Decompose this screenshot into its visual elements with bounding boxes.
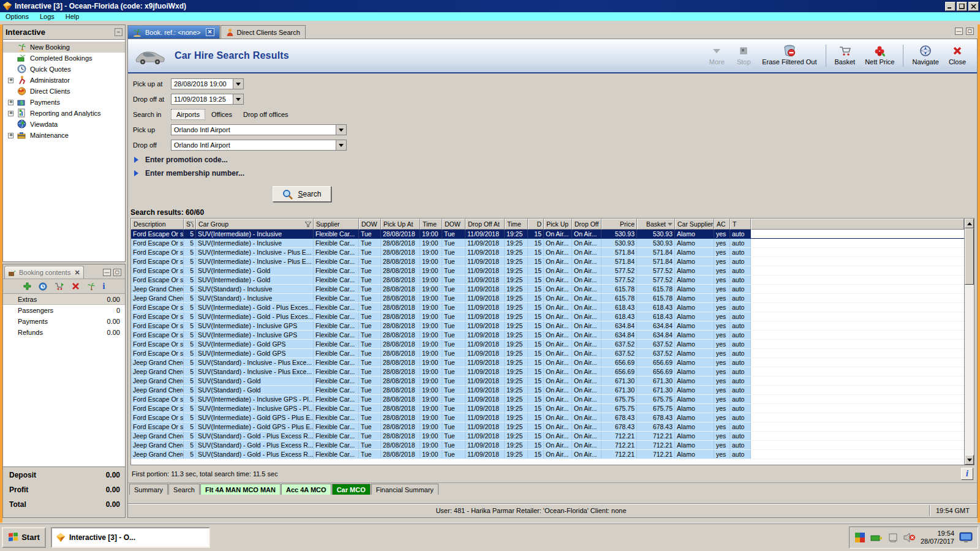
menu-logs[interactable]: Logs: [34, 12, 60, 21]
booking-panel-maximize-icon[interactable]: ▢: [113, 269, 121, 276]
tab-summary[interactable]: Summary: [129, 484, 168, 495]
column-header-time[interactable]: Time: [505, 219, 528, 230]
column-header-ac[interactable]: AC: [714, 219, 730, 230]
expand-plus-icon[interactable]: [8, 111, 13, 116]
antivirus-tray-icon[interactable]: [854, 532, 865, 543]
expand-plus-icon[interactable]: [8, 78, 13, 83]
column-header-description[interactable]: Description: [131, 219, 184, 230]
table-row[interactable]: Ford Escape Or simila...5SUV(Intermediat…: [131, 422, 964, 432]
membership-number-expander[interactable]: Enter membership number...: [134, 169, 972, 178]
close-button[interactable]: [968, 2, 979, 11]
sidebar-item-quick-quotes[interactable]: Quick Quotes: [3, 64, 125, 75]
column-header-price[interactable]: Price: [601, 219, 637, 230]
sidebar-item-new-booking[interactable]: New Booking: [3, 42, 125, 53]
column-header-d[interactable]: D: [528, 219, 544, 230]
column-header-dow[interactable]: DOW: [442, 219, 466, 230]
booking-contents-row[interactable]: Payments0.00: [3, 316, 125, 327]
sidebar-item-payments[interactable]: $Payments: [3, 97, 125, 108]
dropoff-at-combo[interactable]: 11/09/2018 19:25: [171, 94, 244, 105]
sidebar-item-direct-clients[interactable]: Direct Clients: [3, 86, 125, 97]
table-row[interactable]: Ford Escape Or simila...5SUV(Intermediat…: [131, 230, 964, 239]
dropoff-at-dropdown-icon[interactable]: [233, 94, 243, 104]
info-button[interactable]: i: [961, 468, 973, 480]
sidebar-item-maintenance[interactable]: Maintenance: [3, 130, 125, 141]
table-row[interactable]: Ford Escape Or simila...5SUV(Intermediat…: [131, 276, 964, 285]
table-row[interactable]: Ford Escape Or simila...5SUV(Intermediat…: [131, 248, 964, 257]
device-tray-icon[interactable]: [888, 533, 899, 542]
column-header-car-supplier[interactable]: Car Supplier: [675, 219, 714, 230]
table-row[interactable]: Jeep Grand Cheroke...5SUV(Standard) - Go…: [131, 450, 964, 459]
table-row[interactable]: Ford Escape Or simila...5SUV(Intermediat…: [131, 303, 964, 312]
tab-flight-man-mco-man[interactable]: Flt 4A MAN MCO MAN: [200, 484, 281, 495]
erase-filtered-out-button[interactable]: Erase Filtered Out: [757, 42, 821, 69]
delete-item-icon[interactable]: [72, 282, 80, 290]
expand-plus-icon[interactable]: [8, 100, 13, 105]
search-button[interactable]: Search: [273, 186, 331, 202]
menu-help[interactable]: Help: [60, 12, 85, 21]
column-header-basket[interactable]: Basket: [637, 219, 675, 230]
availability-clock-icon[interactable]: [39, 282, 47, 291]
booking-contents-row[interactable]: Extras0.00: [3, 294, 125, 305]
nett-price-button[interactable]: Nett Price: [860, 42, 899, 69]
minimize-button[interactable]: [945, 2, 956, 11]
table-row[interactable]: Ford Escape Or simila...5SUV(Intermediat…: [131, 404, 964, 413]
search-in-dropoff-offices[interactable]: Drop off offices: [238, 110, 293, 119]
display-tray-icon[interactable]: [959, 532, 973, 543]
mdi-restore-icon[interactable]: ▢: [966, 28, 974, 35]
tab-car-mco[interactable]: Car MCO: [332, 484, 371, 495]
table-row[interactable]: Jeep Grand Cheroke...5SUV(Standard) - In…: [131, 367, 964, 377]
table-row[interactable]: Jeep Grand Cheroke...5SUV(Standard) - In…: [131, 358, 964, 367]
column-header-dow[interactable]: DOW: [359, 219, 381, 230]
navigate-button[interactable]: Navigate: [907, 42, 943, 69]
column-header-car-group[interactable]: Car Group: [196, 219, 314, 230]
palm-booking-icon[interactable]: [87, 282, 96, 291]
tab-financial-summary[interactable]: Financial Summary: [371, 484, 439, 495]
tab-direct-clients-search[interactable]: Direct Clients Search: [221, 25, 306, 39]
search-in-airports[interactable]: Airports: [171, 109, 205, 120]
vertical-scrollbar[interactable]: [964, 219, 974, 465]
pickup-combo[interactable]: Orlando Intl Airport: [171, 124, 347, 135]
basket-button[interactable]: Basket: [830, 42, 861, 69]
pickup-at-combo[interactable]: 28/08/2018 19:00: [171, 78, 244, 89]
maximize-button[interactable]: [957, 2, 967, 11]
close-panel-button[interactable]: Close: [944, 42, 971, 69]
table-row[interactable]: Ford Escape Or simila...5SUV(Intermediat…: [131, 331, 964, 340]
tab-acc-mco[interactable]: Acc 4A MCO: [281, 484, 331, 495]
table-row[interactable]: Ford Escape Or simila...5SUV(Intermediat…: [131, 321, 964, 331]
table-row[interactable]: Jeep Grand Cheroke...5SUV(Standard) - Go…: [131, 386, 964, 395]
collapse-panel-button[interactable]: −: [115, 28, 123, 36]
booking-contents-row[interactable]: Passengers0: [3, 305, 125, 316]
search-in-offices[interactable]: Offices: [206, 110, 237, 119]
table-row[interactable]: Jeep Grand Cheroke...5SUV(Standard) - In…: [131, 285, 964, 294]
basket-add-icon[interactable]: [55, 282, 64, 290]
column-header-time[interactable]: Time: [420, 219, 442, 230]
table-row[interactable]: Jeep Grand Cheroke...5SUV(Standard) - Go…: [131, 432, 964, 441]
table-row[interactable]: Ford Escape Or simila...5SUV(Intermediat…: [131, 340, 964, 349]
table-row[interactable]: Ford Escape Or simila...5SUV(Intermediat…: [131, 349, 964, 358]
table-row[interactable]: Ford Escape Or simila...5SUV(Intermediat…: [131, 257, 964, 266]
table-row[interactable]: Jeep Grand Cheroke...5SUV(Standard) - Go…: [131, 377, 964, 386]
column-header-supplier[interactable]: Supplier: [314, 219, 359, 230]
sidebar-item-administrator[interactable]: Administrator: [3, 75, 125, 86]
table-row[interactable]: Ford Escape Or simila...5SUV(Intermediat…: [131, 395, 964, 404]
filter-funnel-icon[interactable]: [190, 222, 194, 227]
volume-muted-tray-icon[interactable]: [903, 533, 916, 542]
scroll-down-icon[interactable]: [965, 455, 974, 465]
scroll-up-icon[interactable]: [965, 219, 974, 228]
tab-close-icon[interactable]: ✕: [206, 28, 214, 36]
info-icon[interactable]: i: [103, 282, 105, 291]
sidebar-item-viewdata[interactable]: Viewdata: [3, 119, 125, 130]
expand-plus-icon[interactable]: [8, 133, 13, 138]
booking-contents-close-icon[interactable]: ✕: [74, 269, 80, 277]
table-row[interactable]: Ford Escape Or simila...5SUV(Intermediat…: [131, 266, 964, 276]
tab-booking-ref[interactable]: Book. ref.: <none> ✕: [127, 25, 220, 39]
pickup-dropdown-icon[interactable]: [336, 125, 346, 135]
menu-options[interactable]: Options: [0, 12, 34, 21]
filter-funnel-icon[interactable]: [305, 222, 311, 227]
taskbar-item-interactive[interactable]: Interactive [3] - O...: [51, 527, 210, 548]
table-row[interactable]: Ford Escape Or simila...5SUV(Intermediat…: [131, 413, 964, 422]
dropoff-dropdown-icon[interactable]: [336, 140, 346, 150]
start-button[interactable]: Start: [2, 527, 46, 548]
pickup-at-dropdown-icon[interactable]: [233, 79, 243, 89]
table-row[interactable]: Ford Escape Or simila...5SUV(Intermediat…: [131, 312, 964, 321]
